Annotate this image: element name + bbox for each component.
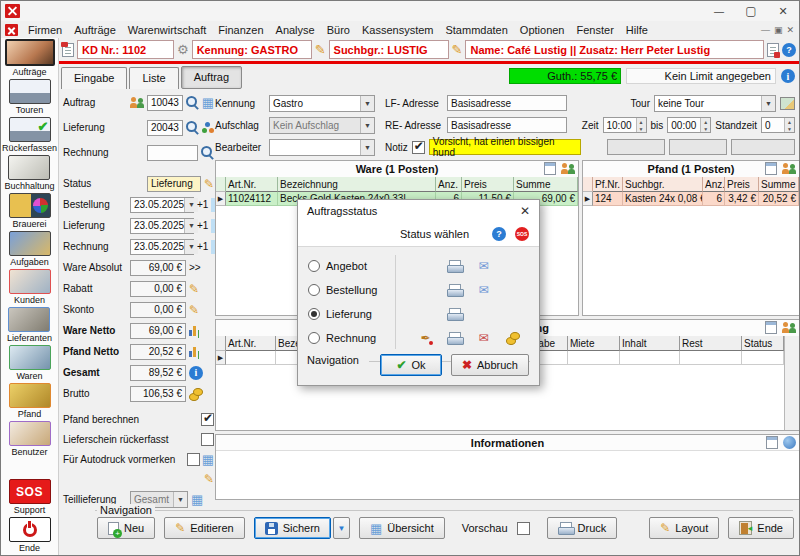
- ende-button[interactable]: Ende: [728, 517, 794, 539]
- menu-hilfe[interactable]: Hilfe: [620, 23, 654, 37]
- mdi-minimize-button[interactable]: [761, 25, 770, 35]
- lieferung-number-field[interactable]: 20043: [147, 120, 183, 136]
- status-dots-icon[interactable]: [202, 122, 215, 134]
- mdi-close-button[interactable]: [786, 25, 794, 35]
- rechnung-number-field[interactable]: [147, 145, 198, 161]
- ware-chart-icon[interactable]: [189, 325, 201, 336]
- editieren-button[interactable]: Editieren: [164, 517, 244, 539]
- search-rechnung-icon[interactable]: [201, 146, 214, 159]
- customer-name-field[interactable]: Name: Café Lustig || Zusatz: Herr Peter …: [465, 40, 764, 59]
- expand-chevrons-button[interactable]: >>: [189, 262, 201, 273]
- auftrag-number-field[interactable]: 10043: [147, 95, 183, 111]
- layout-button[interactable]: Layout: [649, 517, 719, 539]
- mail-rechnung-icon[interactable]: [478, 331, 488, 345]
- bestellung-radio[interactable]: [308, 284, 320, 296]
- autodruck-checkbox[interactable]: [187, 453, 200, 466]
- plus-one-button[interactable]: +1: [197, 220, 208, 231]
- sidebar-item-rueckerfassen[interactable]: Rückerfassen: [2, 117, 57, 153]
- menu-buero[interactable]: Büro: [321, 23, 356, 37]
- ok-button[interactable]: Ok: [380, 354, 442, 376]
- mdi-restore-button[interactable]: [774, 25, 783, 35]
- vorschau-checkbox[interactable]: [517, 522, 530, 535]
- lieferschein-rueckerfasst-checkbox[interactable]: [201, 433, 214, 446]
- menu-optionen[interactable]: Optionen: [514, 23, 571, 37]
- print-bestellung-icon[interactable]: [447, 284, 462, 297]
- sidebar-item-pfand[interactable]: Pfand: [9, 383, 51, 419]
- menu-stammdaten[interactable]: Stammdaten: [439, 23, 513, 37]
- option-rechnung[interactable]: Rechnung: [308, 326, 529, 350]
- menu-firmen[interactable]: Firmen: [22, 23, 68, 37]
- info-dot-icon[interactable]: [783, 436, 796, 449]
- tab-liste[interactable]: Liste: [129, 67, 178, 89]
- option-lieferung[interactable]: Lieferung: [308, 302, 529, 326]
- notepad-icon[interactable]: [765, 321, 777, 334]
- menu-kassensystem[interactable]: Kassensystem: [356, 23, 440, 37]
- help-icon[interactable]: [782, 43, 796, 57]
- mail-bestellung-icon[interactable]: [478, 283, 488, 297]
- bearbeiter-select[interactable]: [269, 139, 375, 156]
- customer-kennung-field[interactable]: Kennung: GASTRO: [192, 40, 312, 59]
- angebot-radio[interactable]: [308, 260, 320, 272]
- chevron-down-icon[interactable]: [184, 219, 198, 233]
- chevron-down-icon[interactable]: [184, 240, 198, 254]
- tour-select[interactable]: keine Tour: [654, 95, 776, 112]
- tab-eingabe[interactable]: Eingabe: [61, 67, 127, 89]
- menu-fenster[interactable]: Fenster: [571, 23, 620, 37]
- search-lieferung-icon[interactable]: [186, 121, 199, 134]
- sidebar-item-aufgaben[interactable]: Aufgaben: [9, 231, 51, 267]
- edit-rabatt-pencil-icon[interactable]: [189, 282, 199, 296]
- sidebar-item-touren[interactable]: Touren: [9, 79, 51, 115]
- sidebar-item-support[interactable]: SOS Support: [9, 479, 51, 515]
- sidebar-item-auftraege[interactable]: Aufträge: [5, 39, 55, 77]
- option-angebot[interactable]: Angebot: [308, 254, 529, 278]
- sichern-dropdown-button[interactable]: [333, 517, 350, 539]
- notiz-field[interactable]: Vorsicht, hat einen bissigen hund: [429, 139, 581, 155]
- window-close-button[interactable]: [767, 2, 799, 21]
- edit-order-pencil-icon[interactable]: [204, 472, 214, 486]
- dialog-sos-icon[interactable]: [515, 227, 529, 241]
- spinner-arrows-icon[interactable]: [636, 118, 646, 132]
- customer-suchbegriff-field[interactable]: Suchbgr.: LUSTIG: [329, 40, 449, 59]
- print-lieferung-icon[interactable]: [447, 308, 462, 321]
- window-minimize-button[interactable]: [703, 2, 735, 21]
- sidebar-item-ende[interactable]: Ende: [9, 517, 51, 553]
- edit-suchbegriff-pencil-icon[interactable]: [452, 42, 463, 57]
- pfand-berechnen-checkbox[interactable]: [201, 413, 214, 426]
- search-auftrag-icon[interactable]: [186, 96, 199, 109]
- rechnung-date-picker[interactable]: 23.05.2025: [130, 239, 194, 255]
- tab-auftrag[interactable]: Auftrag: [181, 66, 242, 89]
- abbruch-button[interactable]: Abbruch: [451, 354, 529, 376]
- spinner-arrows-icon[interactable]: [784, 118, 794, 132]
- dialog-title-bar[interactable]: Auftragsstatus: [298, 200, 539, 222]
- tour-map-icon[interactable]: [780, 97, 795, 110]
- menu-analyse[interactable]: Analyse: [270, 23, 321, 37]
- spinner-arrows-icon[interactable]: [700, 118, 710, 132]
- customer-number-field[interactable]: KD Nr.: 1102: [77, 40, 174, 59]
- window-maximize-button[interactable]: [735, 2, 767, 21]
- gear-icon[interactable]: [177, 42, 189, 57]
- mail-angebot-icon[interactable]: [478, 259, 488, 273]
- app-menu-icon[interactable]: [5, 24, 18, 36]
- pfand-table-row[interactable]: ▶ 124 Kasten 24x 0,08 € 6 3,42 € 20,52 €: [583, 192, 799, 206]
- print-angebot-icon[interactable]: [447, 260, 462, 273]
- zeit-von-spinner[interactable]: 10:00: [603, 117, 647, 133]
- re-adresse-field[interactable]: Basisadresse: [447, 117, 567, 133]
- sidebar-item-kunden[interactable]: Kunden: [9, 269, 51, 305]
- standzeit-spinner[interactable]: 0: [761, 117, 795, 133]
- chevron-down-icon[interactable]: [184, 198, 198, 212]
- auftrag-grid-icon[interactable]: [202, 95, 214, 110]
- edit-document-icon[interactable]: [62, 43, 74, 57]
- pfand-stats-icon[interactable]: [782, 163, 796, 175]
- option-bestellung[interactable]: Bestellung: [308, 278, 529, 302]
- print-rechnung-icon[interactable]: [447, 332, 462, 345]
- lieferung-date-picker[interactable]: 23.05.2025: [130, 218, 194, 234]
- sign-pen-icon[interactable]: [420, 331, 430, 345]
- payment-coins-icon[interactable]: [506, 332, 520, 344]
- sidebar-item-brauerei[interactable]: Brauerei: [9, 193, 51, 229]
- notiz-checkbox[interactable]: [412, 141, 425, 154]
- menu-warenwirtschaft[interactable]: Warenwirtschaft: [122, 23, 212, 37]
- kennung-select[interactable]: Gastro: [269, 95, 375, 112]
- customer-people-icon[interactable]: [130, 97, 144, 109]
- fass-stats-icon[interactable]: [782, 322, 796, 334]
- dialog-help-icon[interactable]: [492, 227, 506, 241]
